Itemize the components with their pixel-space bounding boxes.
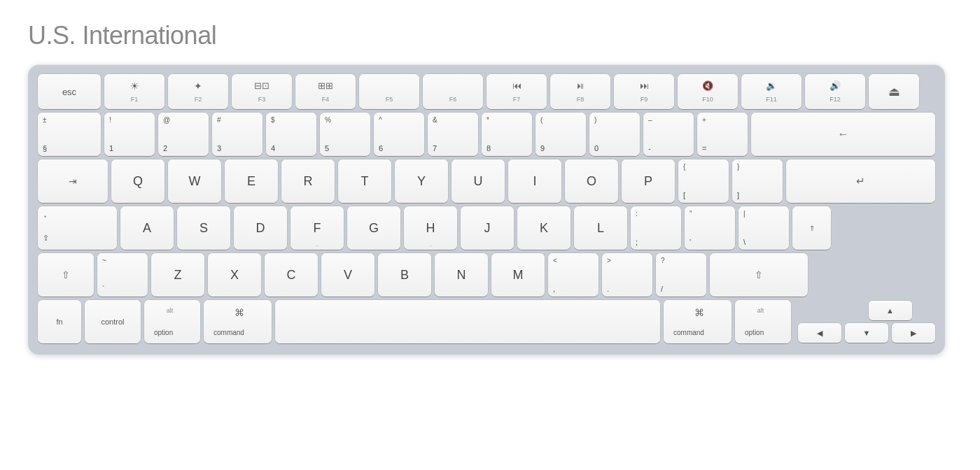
- key-f3[interactable]: ⊟⊡ F3: [232, 74, 292, 109]
- key-5[interactable]: % 5: [320, 113, 370, 156]
- qwerty-row: ⇥ Q W E R T Y U I O P { [ } ] ↵: [38, 159, 935, 203]
- key-j[interactable]: J: [461, 206, 514, 250]
- key-arrow-down[interactable]: ▼: [845, 323, 888, 343]
- key-e[interactable]: E: [225, 159, 278, 203]
- key-t[interactable]: T: [338, 159, 391, 203]
- key-x[interactable]: X: [208, 253, 261, 297]
- key-o[interactable]: O: [565, 159, 618, 203]
- key-backslash[interactable]: | \: [738, 206, 789, 250]
- keyboard: esc ☀ F1 ✦ F2 ⊟⊡ F3 ⊞⊞ F4: [28, 64, 945, 355]
- key-a[interactable]: A: [120, 206, 174, 250]
- key-backspace[interactable]: ←: [751, 113, 935, 156]
- key-h[interactable]: H _: [404, 206, 457, 250]
- number-row: ± § ! 1 @ 2 # 3 $ 4 % 5 ^ 6: [38, 113, 935, 156]
- key-equals[interactable]: + =: [697, 113, 748, 156]
- key-left-shift[interactable]: ⇧: [38, 253, 94, 297]
- zxcv-row: ⇧ ~ ` Z X C V B N M < , > . ? / ⇧: [38, 253, 935, 297]
- key-y[interactable]: Y: [395, 159, 448, 203]
- key-f[interactable]: F _: [290, 206, 344, 250]
- key-l[interactable]: L: [574, 206, 627, 250]
- key-semicolon[interactable]: : ;: [631, 206, 681, 250]
- key-i[interactable]: I: [508, 159, 561, 203]
- key-f10[interactable]: 🔇 F10: [678, 74, 738, 109]
- key-arrow-up[interactable]: ▲: [869, 301, 912, 320]
- key-n[interactable]: N: [435, 253, 488, 297]
- key-minus[interactable]: – -: [643, 113, 694, 156]
- key-arrow-right[interactable]: ▶: [892, 323, 935, 343]
- key-9[interactable]: ( 9: [536, 113, 586, 156]
- key-g[interactable]: G: [347, 206, 400, 250]
- key-1[interactable]: ! 1: [104, 113, 155, 156]
- key-4[interactable]: $ 4: [266, 113, 316, 156]
- key-m[interactable]: M: [491, 253, 545, 297]
- key-6[interactable]: ^ 6: [374, 113, 424, 156]
- key-7[interactable]: & 7: [428, 113, 478, 156]
- key-right-mod[interactable]: ⇑: [792, 206, 831, 250]
- key-3[interactable]: # 3: [212, 113, 262, 156]
- fn-row: esc ☀ F1 ✦ F2 ⊟⊡ F3 ⊞⊞ F4: [38, 74, 935, 109]
- key-quote[interactable]: " ': [685, 206, 735, 250]
- key-left-option[interactable]: alt option: [144, 300, 200, 343]
- key-w[interactable]: W: [168, 159, 221, 203]
- key-z[interactable]: Z: [151, 253, 204, 297]
- key-backtick[interactable]: ~ `: [97, 253, 148, 297]
- key-period[interactable]: > .: [602, 253, 652, 297]
- key-left-command[interactable]: ⌘ command: [204, 300, 272, 343]
- key-f11[interactable]: 🔉 F11: [741, 74, 802, 109]
- key-control[interactable]: control: [85, 300, 141, 343]
- page-title: U.S. International: [28, 21, 216, 50]
- key-f9[interactable]: ⏭ F9: [614, 74, 674, 109]
- key-f2[interactable]: ✦ F2: [168, 74, 228, 109]
- key-eject[interactable]: ⏏: [869, 74, 919, 109]
- key-space[interactable]: [275, 300, 660, 343]
- key-d[interactable]: D: [234, 206, 287, 250]
- key-f4[interactable]: ⊞⊞ F4: [295, 74, 356, 109]
- key-rbracket[interactable]: } ]: [732, 159, 783, 203]
- key-arrow-left[interactable]: ◀: [798, 323, 841, 343]
- key-q[interactable]: Q: [111, 159, 164, 203]
- bottom-row: fn control alt option ⌘ command ⌘ comman…: [38, 300, 935, 343]
- key-s[interactable]: S: [177, 206, 230, 250]
- key-v[interactable]: V: [321, 253, 374, 297]
- key-right-command[interactable]: ⌘ command: [664, 300, 732, 343]
- key-u[interactable]: U: [451, 159, 505, 203]
- key-f12[interactable]: 🔊 F12: [805, 74, 865, 109]
- key-8[interactable]: * 8: [482, 113, 532, 156]
- key-f1[interactable]: ☀ F1: [104, 74, 164, 109]
- key-f7[interactable]: ⏮ F7: [486, 74, 547, 109]
- key-r[interactable]: R: [281, 159, 335, 203]
- key-slash[interactable]: ? /: [656, 253, 706, 297]
- key-esc[interactable]: esc: [38, 74, 101, 109]
- key-k[interactable]: K: [517, 206, 570, 250]
- key-enter[interactable]: ↵: [786, 159, 935, 203]
- key-caps-lock[interactable]: • ⇪: [38, 206, 117, 250]
- key-comma[interactable]: < ,: [548, 253, 598, 297]
- asdf-row: • ⇪ A S D F _ G H _ J K L : ; " ' |: [38, 206, 935, 250]
- key-f6[interactable]: F6: [423, 74, 483, 109]
- key-f8[interactable]: ⏯ F8: [550, 74, 610, 109]
- key-c[interactable]: C: [265, 253, 318, 297]
- key-lbracket[interactable]: { [: [678, 159, 729, 203]
- key-section[interactable]: ± §: [38, 113, 101, 156]
- key-p[interactable]: P: [622, 159, 675, 203]
- key-tab[interactable]: ⇥: [38, 159, 108, 203]
- key-fn[interactable]: fn: [38, 300, 81, 343]
- key-2[interactable]: @ 2: [158, 113, 209, 156]
- key-0[interactable]: ) 0: [589, 113, 640, 156]
- key-b[interactable]: B: [378, 253, 431, 297]
- key-f5[interactable]: F5: [359, 74, 419, 109]
- key-right-option[interactable]: alt option: [735, 300, 791, 343]
- key-right-shift[interactable]: ⇧: [710, 253, 808, 297]
